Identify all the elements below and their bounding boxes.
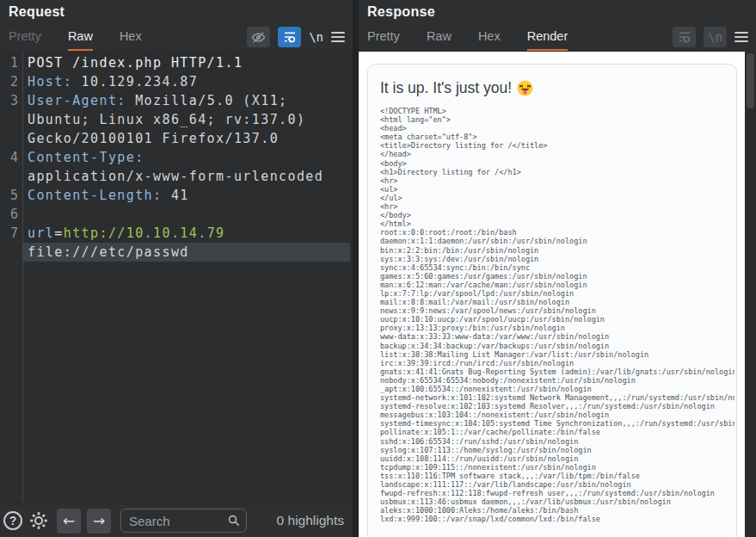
request-tabs: PrettyRawHex [9,29,169,51]
line-number: 5 [0,186,18,205]
settings-gear-icon[interactable] [28,510,49,531]
line-number: 2 [0,72,18,91]
help-icon[interactable]: ? [3,511,22,530]
request-header-icons: \n [247,27,345,47]
tab-request-raw[interactable]: Raw [68,29,93,51]
tab-response-pretty[interactable]: Pretty [367,29,400,51]
response-title: Response [359,0,756,20]
response-menu-icon[interactable] [734,32,748,42]
tab-response-hex[interactable]: Hex [478,29,501,51]
newline-toggle-icon[interactable]: \n [309,30,323,44]
request-line[interactable]: application/x-www-form-urlencoded [0,167,353,186]
line-number: 6 [0,205,18,224]
tab-response-render[interactable]: Render [527,29,569,51]
response-header-icons: \n [673,27,748,47]
response-render-view: It is up. It's just you! <!DOCTYPE HTML>… [359,52,756,537]
response-scrollbar-thumb[interactable] [747,53,754,108]
hide-eye-icon[interactable] [247,27,270,47]
request-header: Request PrettyRawHex [0,0,353,52]
line-number: 7 [0,224,18,243]
burp-repeater-view: Request PrettyRawHex [0,0,756,537]
search-next-button[interactable]: → [87,509,111,534]
highlights-count: 0 highlights [277,513,344,528]
response-source-text: <!DOCTYPE HTML> <html lang="en"> <head> … [380,107,734,524]
request-line[interactable]: Gecko/20100101 Firefox/137.0 [0,129,353,148]
request-line[interactable]: 5Content-Length: 41 [0,186,353,205]
tab-request-pretty[interactable]: Pretty [9,29,41,51]
tab-request-hex[interactable]: Hex [120,29,142,51]
request-editor[interactable]: 1POST /index.php HTTP/1.12Host: 10.129.2… [0,52,353,503]
rendered-page-card: It is up. It's just you! <!DOCTYPE HTML>… [367,64,737,537]
request-line[interactable]: 7url=http://10.10.14.79 [0,224,353,243]
word-wrap-icon[interactable] [673,27,696,47]
search-icon[interactable] [227,514,241,531]
request-line[interactable]: 1POST /index.php HTTP/1.1 [0,53,353,72]
response-tabs: PrettyRawHexRender [367,29,594,51]
request-menu-icon[interactable] [331,32,345,42]
request-line[interactable]: file:///etc/passwd [0,243,353,262]
response-scrollbar[interactable] [745,52,756,537]
tab-response-raw[interactable]: Raw [427,29,452,51]
search-toolbar: ? ← → [0,503,353,537]
request-line[interactable]: 4Content-Type: [0,148,353,167]
line-number: 3 [0,91,18,110]
request-title: Request [0,0,353,20]
request-line[interactable]: Ubuntu; Linux x86_64; rv:137.0) [0,110,353,129]
request-line[interactable]: 2Host: 10.129.234.87 [0,72,353,91]
request-line[interactable]: 3User-Agent: Mozilla/5.0 (X11; [0,91,353,110]
response-panel: Response PrettyRawHexRender \n [359,0,756,537]
line-number: 4 [0,148,18,167]
panel-divider[interactable] [353,0,359,537]
search-prev-button[interactable]: ← [57,509,81,534]
request-panel: Request PrettyRawHex [0,0,353,537]
request-line[interactable]: 6 [0,205,353,224]
response-header: Response PrettyRawHexRender \n [359,0,756,52]
rendered-heading: It is up. It's just you! [380,79,734,97]
line-number: 1 [0,53,18,72]
tongue-out-emoji-icon [517,80,533,96]
newline-toggle-icon[interactable]: \n [704,27,727,47]
word-wrap-icon[interactable] [278,27,301,47]
